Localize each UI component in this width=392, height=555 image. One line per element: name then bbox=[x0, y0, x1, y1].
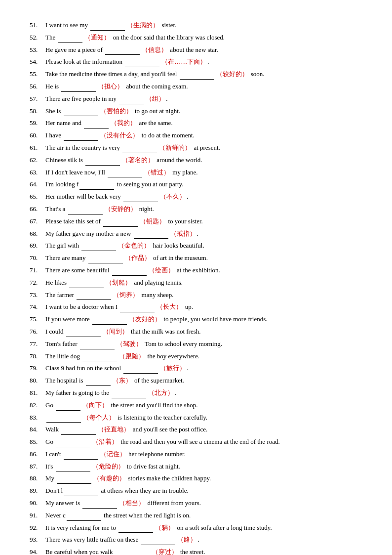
item-number: 92. bbox=[30, 523, 45, 533]
blank-25 bbox=[66, 326, 101, 337]
item-sentence: She is （害怕的） to go out at night. bbox=[45, 106, 362, 117]
item-sentence: My father is going to the （北方）. bbox=[45, 387, 362, 398]
item-number: 89. bbox=[30, 486, 45, 496]
item-sentence: Be careful when you walk （穿过） the street… bbox=[45, 547, 362, 555]
item-sentence: The air in the country is very （新鲜的） at … bbox=[45, 142, 362, 153]
item-sentence: Her mother will be back very （不久）. bbox=[45, 191, 362, 202]
list-item: 72.He likes （划船） and playing tennis. bbox=[30, 277, 362, 288]
list-item: 92.It is very relaxing for me to （躺） on … bbox=[30, 522, 362, 533]
list-item: 67.Please take this set of （钥匙） to your … bbox=[30, 216, 362, 227]
list-item: 52.The （通知） on the door said that the li… bbox=[30, 32, 362, 43]
blank-20 bbox=[112, 265, 147, 276]
list-item: 68.My father gave my mother a new （戒指）. bbox=[30, 228, 362, 239]
hint-33: （径直地） bbox=[98, 426, 130, 433]
item-sentence: Chinese silk is （著名的） around the world. bbox=[45, 155, 362, 166]
item-number: 86. bbox=[30, 449, 45, 460]
hint-36: （危险的） bbox=[92, 463, 124, 470]
list-item: 55.Take the medicine three times a day, … bbox=[30, 69, 362, 80]
item-sentence: It is very relaxing for me to （躺） on a s… bbox=[45, 522, 362, 533]
blank-23 bbox=[120, 301, 155, 312]
hint-35: （记住） bbox=[100, 450, 126, 458]
item-number: 77. bbox=[30, 339, 45, 349]
item-sentence: If I don't leave now, I'll （错过） my plane… bbox=[45, 167, 362, 178]
item-sentence: There are some beautiful （绘画） at the exh… bbox=[45, 265, 362, 276]
hint-16: （钥匙） bbox=[140, 217, 165, 225]
item-sentence: Class 9 had fun on the school （旅行）. bbox=[45, 363, 362, 374]
item-sentence: I want to be a doctor when I （长大） up. bbox=[45, 301, 362, 312]
item-number: 65. bbox=[30, 192, 45, 202]
blank-12 bbox=[108, 167, 142, 178]
item-number: 61. bbox=[30, 143, 45, 153]
list-item: 80.The hospital is （东） of the supermarke… bbox=[30, 375, 362, 386]
list-item: 90.My answer is （相当） different from your… bbox=[30, 498, 362, 509]
blank-34 bbox=[56, 436, 90, 447]
item-number: 53. bbox=[30, 45, 45, 55]
item-sentence: My father gave my mother a new （戒指）. bbox=[45, 228, 362, 239]
item-sentence: There are many （作品） of art in the museum… bbox=[45, 253, 362, 263]
blank-42 bbox=[141, 534, 175, 545]
blank-32 bbox=[46, 412, 81, 423]
hint-15: （安静的） bbox=[105, 205, 137, 213]
blank-35 bbox=[64, 449, 98, 460]
item-sentence: There are five people in my （组）. bbox=[45, 93, 362, 104]
list-item: 61.The air in the country is very （新鲜的） … bbox=[30, 142, 362, 153]
item-number: 70. bbox=[30, 253, 45, 263]
blank-19 bbox=[88, 253, 123, 263]
item-sentence: He likes （划船） and playing tennis. bbox=[45, 277, 362, 288]
blank-26 bbox=[80, 339, 115, 349]
item-sentence: Please take this set of （钥匙） to your sis… bbox=[45, 216, 362, 227]
hint-30: （北方） bbox=[148, 389, 174, 396]
item-sentence: My （有趣的） stories make the children happy… bbox=[45, 473, 362, 484]
list-item: 56.He is （担心） about the coming exam. bbox=[30, 81, 362, 92]
hint-0: （生病的） bbox=[127, 21, 159, 29]
item-number: 73. bbox=[30, 290, 45, 300]
blank-1 bbox=[58, 32, 82, 43]
list-item: 84.Walk （径直地） and you'll see the post of… bbox=[30, 424, 362, 435]
list-item: 91.Never c the street when the red light… bbox=[30, 510, 362, 521]
item-sentence: I can't （记住） her telephone number. bbox=[45, 449, 362, 460]
list-item: 86.I can't （记住） her telephone number. bbox=[30, 449, 362, 460]
item-number: 76. bbox=[30, 327, 45, 337]
item-sentence: I'm looking f to seeing you at our party… bbox=[45, 179, 362, 190]
item-number: 66. bbox=[30, 204, 45, 214]
item-number: 83. bbox=[30, 413, 45, 423]
hint-25: （闻到） bbox=[103, 328, 128, 335]
blank-22 bbox=[77, 290, 111, 300]
item-sentence: Don't l at others when they are in troub… bbox=[45, 485, 362, 496]
blank-33 bbox=[61, 424, 96, 435]
list-item: 88.My （有趣的） stories make the children ha… bbox=[30, 473, 362, 484]
item-sentence: The hospital is （东） of the supermarket. bbox=[45, 375, 362, 386]
hint-22: （饲养） bbox=[113, 291, 139, 299]
hint-29: （东） bbox=[113, 377, 132, 384]
hint-17: （戒指） bbox=[170, 230, 196, 237]
hint-12: （错过） bbox=[144, 169, 170, 176]
item-number: 51. bbox=[30, 20, 45, 31]
blank-15 bbox=[68, 204, 103, 214]
hint-1: （通知） bbox=[84, 34, 110, 41]
item-number: 90. bbox=[30, 498, 45, 509]
item-sentence: The farmer （饲养） many sheep. bbox=[45, 290, 362, 300]
list-item: 89.Don't l at others when they are in tr… bbox=[30, 485, 362, 496]
list-item: 83. （每个人） is listening to the teacher ca… bbox=[30, 412, 362, 423]
item-number: 52. bbox=[30, 33, 45, 43]
list-item: 94.Be careful when you walk （穿过） the str… bbox=[30, 547, 362, 555]
list-item: 74.I want to be a doctor when I （长大） up. bbox=[30, 301, 362, 312]
list-item: 79.Class 9 had fun on the school （旅行）. bbox=[30, 363, 362, 374]
blank-4 bbox=[180, 69, 214, 80]
blank-10 bbox=[122, 142, 157, 153]
list-item: 70.There are many （作品） of art in the mus… bbox=[30, 253, 362, 263]
item-number: 94. bbox=[30, 547, 45, 555]
list-item: 87.It's （危险的） to drive fast at night. bbox=[30, 461, 362, 472]
item-number: 54. bbox=[30, 57, 45, 67]
hint-18: （金色的） bbox=[118, 242, 150, 249]
item-sentence: Never c the street when the red light is… bbox=[45, 510, 362, 521]
list-item: 64.I'm looking f to seeing you at our pa… bbox=[30, 179, 362, 190]
hint-20: （绘画） bbox=[149, 266, 174, 274]
item-sentence: If you were more （友好的） to people, you wo… bbox=[45, 314, 362, 325]
blank-31 bbox=[56, 400, 80, 411]
list-item: 60.I have （没有什么） to do at the moment. bbox=[30, 130, 362, 141]
blank-17 bbox=[134, 228, 168, 239]
blank-41 bbox=[118, 522, 153, 533]
item-number: 59. bbox=[30, 118, 45, 128]
item-number: 74. bbox=[30, 302, 45, 312]
